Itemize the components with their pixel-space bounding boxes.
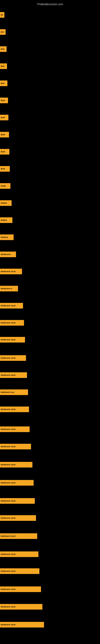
bar-fill: Bottleneck result — [0, 480, 34, 486]
bar-fill: Bottleneck result — [0, 533, 37, 539]
bar-row: Bottleneck resu — [0, 390, 100, 395]
bar-row: Bott — [0, 46, 100, 52]
bar-label: Bottl — [1, 134, 5, 136]
bar-label: Bottleneck result — [1, 553, 15, 555]
bar-fill: Bottlen — [0, 200, 12, 206]
bar-label: Bottleneck result — [1, 305, 15, 307]
bar-row: Bottle — [0, 183, 100, 189]
bar-fill: Bottleneck result — [0, 515, 36, 521]
bar-row: Bottleneck result — [0, 406, 100, 412]
bar-fill: Bottleneck result — [0, 568, 39, 574]
bar-row: Bottleneck result — [0, 568, 100, 574]
bar-label: Bottleneck result — [1, 270, 15, 272]
bar-row: Bottleneck result — [0, 552, 100, 557]
bar-row: Bottleneck result — [0, 604, 100, 610]
bar-label: Bottleneck result — [1, 588, 15, 590]
bar-row: Bottleneck re — [0, 286, 100, 292]
bar-label: Bottleneck resu — [1, 391, 14, 393]
bar-label: Bottl — [1, 168, 5, 170]
bar-fill: Bottleneck result — [0, 372, 27, 378]
bar-fill: Bottlen — [0, 217, 12, 223]
bar-fill: Bottleneck result — [0, 320, 24, 326]
bar-row: Bottl — [0, 132, 100, 138]
bar-fill: Bottleneck result — [0, 586, 41, 592]
bar-row: Bottleneck result — [0, 533, 100, 539]
bar-row: Bott — [0, 80, 100, 86]
bar-label: Bottleneck result — [1, 446, 15, 448]
bar-row: Bottleneck result — [0, 462, 100, 468]
bar-label: Bottleneck result — [1, 322, 15, 324]
bar-row: Bottl — [0, 115, 100, 120]
bar-label: Bo — [1, 14, 3, 16]
bar-label: Bottl — [1, 116, 5, 118]
bar-fill: Bottleneck result — [0, 303, 23, 308]
bar-label: Bottleneck r — [1, 253, 11, 256]
bar-fill: Bo — [0, 12, 4, 18]
bar-label: Bottleneck result — [1, 517, 15, 519]
bar-fill: Bot — [0, 29, 6, 35]
bar-label: Bottlen — [1, 202, 7, 204]
bar-label: Bot — [1, 31, 4, 33]
bar-row: Bottl — [0, 166, 100, 172]
bar-row: Bottl — [0, 149, 100, 154]
bar-label: Bott — [1, 65, 4, 67]
bar-row: Bottleneck result — [0, 515, 100, 521]
bar-label: Bottl — [1, 100, 5, 102]
site-title: TheBottlenecker.com — [0, 1, 100, 8]
bar-label: Bottleneck result — [1, 357, 15, 359]
bar-row: Bottleneck result — [0, 372, 100, 378]
bar-row: Bot — [0, 29, 100, 35]
bar-row: Bottleneck result — [0, 480, 100, 486]
bar-row: Bottleneck result — [0, 320, 100, 326]
bar-row: Bottleneck result — [0, 622, 100, 628]
bar-fill: Bottleneck result — [0, 426, 30, 432]
bar-label: Bott — [1, 48, 4, 50]
bar-row: Bottlene — [0, 234, 100, 240]
bar-fill: Bottleneck result — [0, 622, 44, 628]
bar-fill: Bottl — [0, 98, 8, 103]
bar-fill: Bottleneck result — [0, 498, 35, 504]
bar-row: Bott — [0, 64, 100, 69]
bar-fill: Bottleneck resu — [0, 390, 28, 395]
bar-label: Bottleneck result — [1, 408, 15, 410]
bar-fill: Bottleneck result — [0, 462, 32, 468]
bar-row: Bo — [0, 12, 100, 18]
bar-label: Bottleneck result — [1, 624, 15, 626]
bar-fill: Bottleneck result — [0, 269, 22, 274]
bar-row: Bottleneck result — [0, 269, 100, 274]
bar-label: Bott — [1, 82, 4, 84]
bar-fill: Bottleneck result — [0, 444, 31, 450]
bar-fill: Bottl — [0, 166, 10, 172]
bar-fill: Bottleneck result — [0, 355, 26, 361]
bar-fill: Bottle — [0, 183, 10, 189]
bar-label: Bottleneck result — [1, 570, 15, 572]
bar-row: Bottlen — [0, 217, 100, 223]
bar-fill: Bottleneck result — [0, 406, 29, 412]
bar-fill: Bottleneck result — [0, 552, 38, 557]
bar-label: Bottleneck result — [1, 606, 15, 608]
bar-row: Bottleneck result — [0, 586, 100, 592]
bar-label: Bottleneck result — [1, 374, 15, 376]
bar-label: Bottleneck result — [1, 500, 15, 502]
bar-label: Bottle — [1, 185, 6, 187]
bar-fill: Bottleneck result — [0, 337, 25, 342]
bar-row: Bottl — [0, 98, 100, 103]
bar-label: Bottleneck result — [1, 535, 15, 537]
bar-row: Bottleneck result — [0, 337, 100, 342]
bar-label: Bottlen — [1, 219, 7, 221]
bar-fill: Bottleneck result — [0, 604, 42, 610]
bar-row: Bottleneck result — [0, 303, 100, 308]
bar-row: Bottlen — [0, 200, 100, 206]
bar-fill: Bottlene — [0, 234, 14, 240]
bar-label: Bottleneck result — [1, 428, 15, 430]
bar-label: Bottleneck result — [1, 464, 15, 466]
bar-fill: Bottleneck re — [0, 286, 18, 292]
bar-label: Bottlene — [1, 236, 8, 238]
bar-label: Bottleneck result — [1, 339, 15, 341]
bar-fill: Bott — [0, 80, 7, 86]
bar-fill: Bott — [0, 64, 7, 69]
bar-row: Bottleneck result — [0, 498, 100, 504]
bar-fill: Bottl — [0, 115, 8, 120]
bar-fill: Bottl — [0, 132, 9, 138]
bar-label: Bottleneck re — [1, 288, 12, 290]
